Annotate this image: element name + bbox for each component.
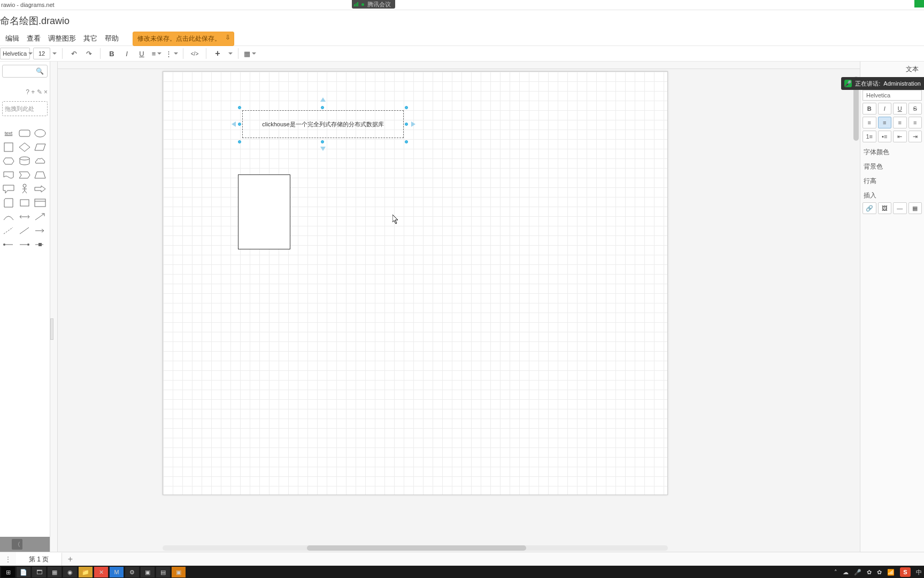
ordered-list-button[interactable]: 1≡ xyxy=(863,131,876,142)
taskbar-app[interactable]: ✕ xyxy=(94,567,108,577)
align-left-button[interactable]: ≡ xyxy=(863,117,876,128)
canvas-page[interactable]: clickhouse是一个完全列式存储的分布式数据库 xyxy=(163,71,668,495)
taskbar-app[interactable]: ▣ xyxy=(141,567,155,577)
start-button[interactable]: ⊞ xyxy=(1,567,15,577)
format-tab-text[interactable]: 文本 xyxy=(863,64,922,75)
selection-handle[interactable] xyxy=(238,140,241,143)
shape-dashed-line[interactable] xyxy=(2,225,15,236)
selection-handle[interactable] xyxy=(405,140,408,143)
shape-ellipse[interactable] xyxy=(34,128,47,139)
ime-indicator[interactable]: 中 xyxy=(916,568,922,576)
menu-view[interactable]: 查看 xyxy=(27,34,41,43)
unordered-list-button[interactable]: •≡ xyxy=(878,131,892,142)
shape-text[interactable]: text xyxy=(2,128,15,139)
shape-square[interactable] xyxy=(2,142,15,153)
insert-table-button[interactable]: ▦ xyxy=(908,202,922,214)
font-family-select[interactable]: Helvetica xyxy=(0,48,30,59)
underline-button-right[interactable]: U xyxy=(893,103,907,115)
strike-button-right[interactable]: S xyxy=(908,103,922,115)
font-size-caret-icon[interactable] xyxy=(52,52,57,55)
shape-rounded-rect[interactable] xyxy=(18,128,31,139)
vertical-scrollbar[interactable] xyxy=(853,71,859,339)
menu-edit[interactable]: 编辑 xyxy=(5,34,19,43)
taskbar-app[interactable]: ⚙ xyxy=(125,567,139,577)
tencent-meeting-bar[interactable]: 腾讯会议 xyxy=(352,0,395,9)
underline-button[interactable]: U xyxy=(136,48,148,59)
connect-arrow-down-icon[interactable] xyxy=(320,147,326,151)
rectangle-shape[interactable] xyxy=(238,174,290,249)
taskbar-app[interactable]: ▤ xyxy=(156,567,170,577)
horizontal-scrollbar[interactable] xyxy=(163,545,668,551)
shape-container[interactable] xyxy=(34,197,47,208)
font-size-input[interactable]: 12 xyxy=(33,48,50,59)
list-button[interactable]: ⋮ xyxy=(166,48,178,59)
shape-callout[interactable] xyxy=(2,184,15,194)
download-icon[interactable]: ⇩ xyxy=(225,34,230,41)
add-caret-icon[interactable] xyxy=(228,52,233,55)
text-shape-selected[interactable]: clickhouse是一个完全列式存储的分布式数据库 xyxy=(242,110,404,138)
shape-arrow-right[interactable] xyxy=(34,225,47,236)
align-justify-button[interactable]: ≡ xyxy=(908,117,922,128)
speaking-notification[interactable]: 🎤 正在讲话: Administration xyxy=(841,77,924,90)
font-color-label[interactable]: 字体颜色 xyxy=(864,148,922,157)
taskbar-chrome[interactable]: ◉ xyxy=(63,567,77,577)
connect-arrow-right-icon[interactable] xyxy=(411,121,415,127)
insert-hr-button[interactable]: — xyxy=(893,202,907,214)
tray-chevron-icon[interactable]: ˄ xyxy=(834,569,837,576)
collapse-shapes-button[interactable]: 〈 xyxy=(12,539,22,550)
tray-icon[interactable]: ✿ xyxy=(877,569,882,576)
tray-icon[interactable]: ✿ xyxy=(867,569,872,576)
insert-image-button[interactable]: 🖼 xyxy=(878,202,892,214)
shape-trapezoid[interactable] xyxy=(34,170,47,180)
undo-button[interactable]: ↶ xyxy=(68,48,80,59)
tray-wifi-icon[interactable]: 📶 xyxy=(887,569,895,576)
shape-hexagon[interactable] xyxy=(2,156,15,166)
shapes-search-input[interactable]: 🔍 xyxy=(2,65,48,78)
redo-button[interactable]: ↷ xyxy=(83,48,95,59)
scroll-thumb[interactable] xyxy=(307,545,526,551)
page-tab-1[interactable]: 第 1 页 xyxy=(16,552,62,566)
shape-arrow-block[interactable] xyxy=(34,184,47,194)
html-button[interactable]: </> xyxy=(189,48,201,59)
text-shape-content[interactable]: clickhouse是一个完全列式存储的分布式数据库 xyxy=(262,120,383,128)
menu-help[interactable]: 帮助 xyxy=(105,34,119,43)
bold-button[interactable]: B xyxy=(106,48,118,59)
taskbar-app[interactable]: ▦ xyxy=(48,567,61,577)
shape-diamond[interactable] xyxy=(18,142,31,153)
shape-cylinder[interactable] xyxy=(18,156,31,166)
align-right-button[interactable]: ≡ xyxy=(893,117,907,128)
file-name[interactable]: 命名绘图.drawio xyxy=(0,14,70,27)
selection-handle[interactable] xyxy=(405,123,408,126)
connect-arrow-up-icon[interactable] xyxy=(320,97,326,102)
taskbar-app[interactable]: 📄 xyxy=(17,567,30,577)
selection-handle[interactable] xyxy=(405,106,408,109)
shape-document[interactable] xyxy=(2,170,15,180)
indent-button[interactable]: ⇥ xyxy=(908,131,922,142)
menu-format[interactable]: 调整图形 xyxy=(48,34,76,43)
shape-connector-2[interactable] xyxy=(18,239,31,250)
menu-other[interactable]: 其它 xyxy=(83,34,97,43)
shape-bidirectional[interactable] xyxy=(18,211,31,222)
align-center-button[interactable]: ≡ xyxy=(878,117,892,128)
bold-button-right[interactable]: B xyxy=(863,103,876,115)
shape-cloud[interactable] xyxy=(34,156,47,166)
font-family-select-right[interactable]: Helvetica xyxy=(863,90,922,101)
selection-handle[interactable] xyxy=(321,140,324,143)
tray-mic-icon[interactable]: 🎤 xyxy=(854,569,861,576)
shape-actor[interactable] xyxy=(18,184,31,194)
ime-sogou-icon[interactable]: S xyxy=(900,567,911,577)
panel-collapse-handle[interactable] xyxy=(50,318,53,340)
shape-rect-plain[interactable] xyxy=(18,197,31,208)
selection-handle[interactable] xyxy=(238,106,241,109)
shape-connector-1[interactable] xyxy=(2,239,15,250)
taskbar-app[interactable]: M xyxy=(110,567,124,577)
italic-button-right[interactable]: I xyxy=(878,103,892,115)
scratchpad-dropzone[interactable]: 拖拽到此处 xyxy=(2,101,48,116)
shape-connector-3[interactable] xyxy=(34,239,47,250)
connect-arrow-left-icon[interactable] xyxy=(232,121,236,127)
tray-icon[interactable]: ☁ xyxy=(843,569,849,576)
outdent-button[interactable]: ⇤ xyxy=(893,131,907,142)
shape-solid-line[interactable] xyxy=(18,225,31,236)
align-button[interactable]: ≡ xyxy=(151,48,163,59)
shape-curve[interactable] xyxy=(2,211,15,222)
